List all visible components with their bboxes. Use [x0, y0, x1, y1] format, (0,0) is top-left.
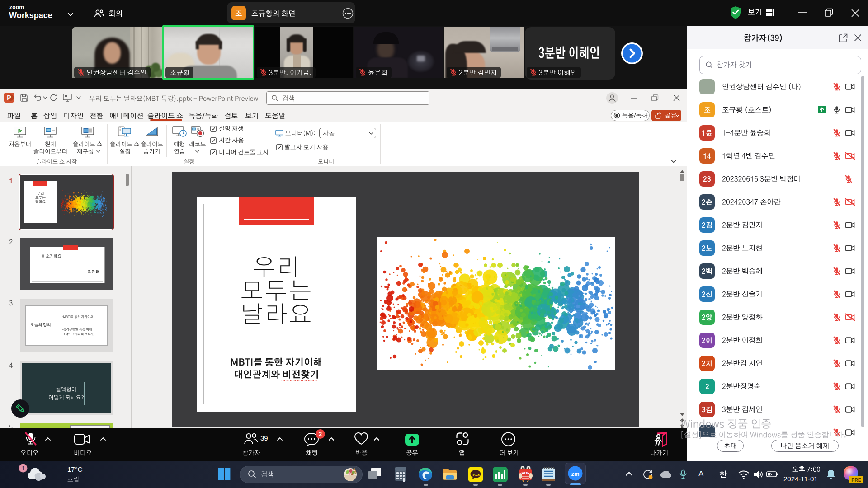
svg-text:zm: zm: [571, 470, 579, 477]
svg-text:P: P: [7, 94, 11, 101]
svg-text:PRE: PRE: [851, 477, 861, 483]
svg-text:2: 2: [319, 431, 322, 437]
svg-text:PDF: PDF: [522, 471, 530, 475]
svg-text:1: 1: [21, 465, 24, 472]
svg-text:TALK: TALK: [471, 473, 481, 477]
